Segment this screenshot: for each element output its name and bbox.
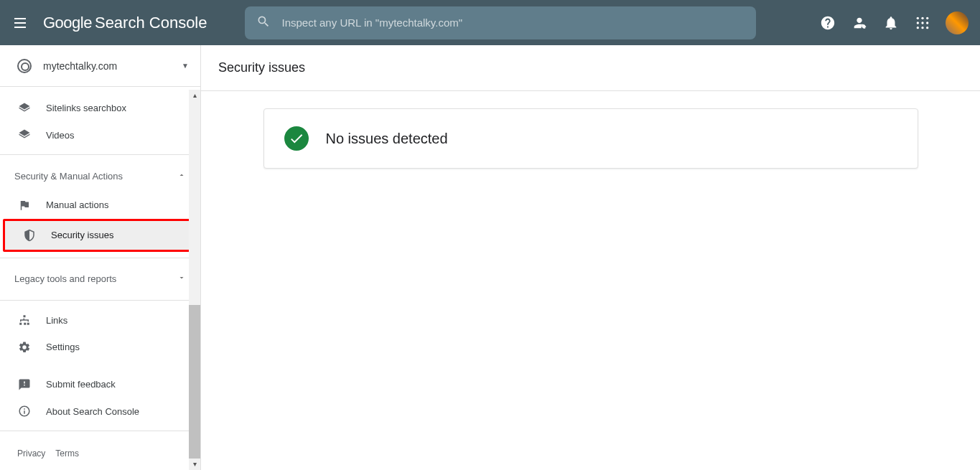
account-avatar[interactable] (946, 11, 969, 34)
sidebar-item-security-issues[interactable]: Security issues (5, 221, 195, 250)
sitemap-icon (17, 313, 32, 327)
terms-link[interactable]: Terms (55, 448, 79, 459)
scroll-up-arrow-icon[interactable]: ▴ (189, 90, 200, 101)
scroll-thumb[interactable] (189, 305, 200, 459)
svg-point-3 (926, 17, 928, 19)
apps-grid-icon[interactable] (914, 14, 931, 32)
sidebar-item-label: About Search Console (46, 406, 139, 417)
sidebar-item-about[interactable]: About Search Console (0, 398, 200, 425)
status-text: No issues detected (326, 131, 448, 147)
svg-point-1 (917, 17, 919, 19)
check-circle-icon (284, 126, 309, 151)
sidebar-item-videos[interactable]: Videos (0, 122, 200, 149)
sidebar-item-label: Videos (46, 130, 75, 141)
section-label: Legacy tools and reports (14, 273, 116, 284)
svg-point-7 (917, 27, 919, 29)
page-content: No issues detected (201, 91, 980, 470)
logo-secondary: Search Console (95, 14, 207, 32)
sidebar-item-label: Links (46, 315, 67, 326)
globe-icon (17, 59, 32, 73)
gear-icon (17, 340, 32, 354)
notifications-icon[interactable] (882, 14, 900, 32)
highlight-annotation: Security issues (3, 219, 197, 252)
sidebar-item-label: Manual actions (46, 199, 108, 210)
main-area: Security issues No issues detected (201, 45, 980, 470)
sidebar-item-links[interactable]: Links (0, 306, 200, 333)
sidebar-item-sitelinks-searchbox[interactable]: Sitelinks searchbox (0, 95, 200, 121)
sidebar-item-submit-feedback[interactable]: Submit feedback (0, 371, 200, 398)
caret-down-icon: ▼ (182, 62, 189, 70)
chevron-up-icon (177, 171, 186, 182)
sidebar-item-manual-actions[interactable]: Manual actions (0, 192, 200, 218)
search-icon (256, 14, 271, 32)
logo-primary: Google (43, 14, 92, 32)
sidebar-item-label: Submit feedback (46, 379, 116, 390)
flag-icon (17, 198, 32, 212)
divider (0, 154, 200, 155)
layers-icon (17, 128, 32, 142)
url-inspect-bar[interactable] (245, 6, 756, 39)
app-header: Google Search Console (0, 0, 980, 45)
svg-point-2 (921, 17, 923, 19)
info-icon (17, 404, 32, 418)
svg-point-8 (921, 27, 923, 29)
sidebar-item-label: Settings (46, 342, 80, 352)
layers-icon (17, 101, 32, 116)
app-logo[interactable]: Google Search Console (43, 14, 207, 32)
sidebar-footer-links: Privacy Terms (0, 437, 200, 470)
help-icon[interactable] (819, 14, 836, 32)
svg-point-6 (926, 22, 928, 24)
section-label: Security & Manual Actions (14, 171, 123, 182)
url-inspect-input[interactable] (282, 17, 745, 29)
sidebar-section-legacy[interactable]: Legacy tools and reports (0, 263, 200, 294)
sidebar-section-security[interactable]: Security & Manual Actions (0, 161, 200, 192)
divider (0, 300, 200, 301)
sidebar-item-settings[interactable]: Settings (0, 334, 200, 360)
status-card: No issues detected (263, 108, 918, 169)
user-settings-icon[interactable] (851, 14, 868, 32)
svg-point-5 (921, 22, 923, 24)
divider (0, 258, 200, 258)
property-name: mytechtalky.com (43, 60, 170, 72)
sidebar-item-label: Sitelinks searchbox (46, 103, 126, 113)
divider (0, 431, 200, 431)
property-selector[interactable]: mytechtalky.com ▼ (0, 45, 200, 87)
sidebar-item-label: Security issues (51, 230, 113, 240)
scroll-down-arrow-icon[interactable]: ▾ (189, 459, 200, 470)
header-actions (802, 11, 969, 34)
feedback-icon (17, 377, 32, 392)
shield-icon (22, 228, 37, 243)
svg-point-4 (917, 22, 919, 24)
sidebar-scrollbar[interactable]: ▴ ▾ (189, 90, 200, 470)
sidebar: mytechtalky.com ▼ Sitelinks searchbox Vi… (0, 45, 201, 470)
hamburger-menu-icon[interactable] (11, 14, 29, 32)
svg-point-9 (926, 27, 928, 29)
page-title: Security issues (218, 60, 305, 75)
privacy-link[interactable]: Privacy (17, 448, 45, 459)
page-header: Security issues (201, 45, 980, 91)
chevron-down-icon (177, 273, 186, 284)
